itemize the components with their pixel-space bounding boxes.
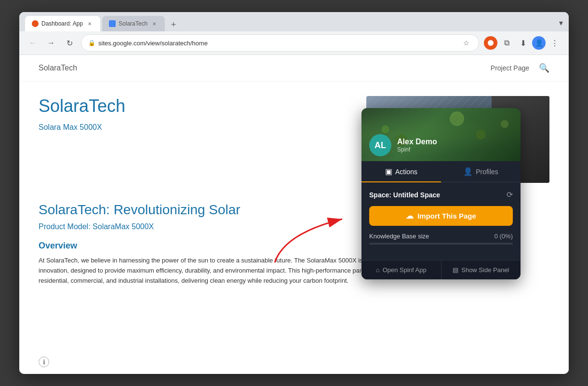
reload-button[interactable]: ↻ bbox=[63, 36, 76, 50]
extension-popup: AL Alex Demo Spinf ▣ Actions 👤 Profiles bbox=[361, 108, 521, 279]
hero-title: SolaraTech bbox=[39, 96, 352, 116]
record-dot bbox=[488, 40, 494, 46]
popup-body: Space: Untitled Space ⟳ ☁ Import This Pa… bbox=[361, 182, 521, 260]
nav-project-page[interactable]: Project Page bbox=[491, 64, 529, 72]
popup-space-refresh-icon[interactable]: ⟳ bbox=[507, 190, 513, 199]
chrome-addressbar: ← → ↻ 🔒 sites.google.com/view/solaratech… bbox=[19, 31, 569, 55]
import-button-label: Import This Page bbox=[417, 212, 476, 220]
extension-button[interactable]: ⧉ bbox=[499, 36, 514, 50]
url-text: sites.google.com/view/solaratech/home bbox=[98, 40, 208, 47]
chrome-action-buttons: ⧉ ⬇ 👤 ⋮ bbox=[484, 36, 562, 50]
tab-favicon-dashboard bbox=[32, 20, 39, 27]
tab-profiles[interactable]: 👤 Profiles bbox=[441, 161, 521, 182]
record-button[interactable] bbox=[484, 36, 497, 50]
profile-button[interactable]: 👤 bbox=[532, 36, 546, 50]
popup-user-info: Alex Demo Spinf bbox=[397, 138, 437, 153]
import-icon: ☁ bbox=[406, 211, 414, 221]
site-logo: SolaraTech bbox=[39, 64, 77, 72]
tab-dashboard[interactable]: Dashboard: App ✕ bbox=[25, 16, 100, 31]
popup-user-name: Alex Demo bbox=[397, 138, 437, 146]
site-header: SolaraTech Project Page 🔍 bbox=[19, 55, 569, 82]
info-icon[interactable]: ℹ bbox=[39, 357, 49, 367]
import-button[interactable]: ☁ Import This Page bbox=[369, 206, 513, 226]
hero-subtitle: Solara Max 5000X bbox=[39, 123, 352, 132]
address-bar[interactable]: 🔒 sites.google.com/view/solaratech/home … bbox=[81, 34, 479, 52]
tab-close-dashboard[interactable]: ✕ bbox=[86, 20, 94, 28]
popup-header: AL Alex Demo Spinf bbox=[361, 108, 521, 161]
popup-footer: ⌂ Open Spinf App ▤ Show Side Panel bbox=[361, 260, 521, 279]
search-button[interactable]: 🔍 bbox=[539, 63, 549, 73]
knowledge-base-value: 0 (0%) bbox=[494, 233, 513, 240]
progress-section: Knowledge Base size 0 (0%) bbox=[369, 233, 513, 245]
show-panel-button[interactable]: ▤ Show Side Panel bbox=[441, 261, 521, 279]
browser-window: Dashboard: App ✕ SolaraTech ✕ + ▾ ← → ↻ … bbox=[19, 12, 569, 374]
tab-actions[interactable]: ▣ Actions bbox=[361, 161, 441, 182]
new-tab-button[interactable]: + bbox=[167, 18, 180, 31]
show-panel-label: Show Side Panel bbox=[461, 266, 509, 274]
window-expand-button[interactable]: ▾ bbox=[559, 18, 563, 29]
tab-actions-label: Actions bbox=[395, 168, 417, 176]
panel-icon: ▤ bbox=[453, 266, 458, 274]
progress-bar-background bbox=[369, 243, 513, 245]
popup-space-row: Space: Untitled Space ⟳ bbox=[369, 190, 513, 199]
tab-favicon-solaratech bbox=[109, 20, 116, 27]
home-icon: ⌂ bbox=[376, 266, 380, 274]
tab-profiles-label: Profiles bbox=[476, 168, 498, 176]
knowledge-base-label: Knowledge Base size bbox=[369, 233, 429, 240]
hero-text: SolaraTech Solara Max 5000X bbox=[39, 96, 352, 132]
download-button[interactable]: ⬇ bbox=[516, 36, 530, 50]
tab-close-solaratech[interactable]: ✕ bbox=[150, 20, 158, 28]
popup-user: AL Alex Demo Spinf bbox=[369, 134, 437, 156]
open-app-label: Open Spinf App bbox=[383, 266, 427, 274]
tab-solaratech[interactable]: SolaraTech ✕ bbox=[102, 16, 165, 31]
back-button[interactable]: ← bbox=[26, 36, 40, 50]
page-content: SolaraTech Project Page 🔍 SolaraTech Sol… bbox=[19, 55, 569, 374]
site-nav: Project Page 🔍 bbox=[491, 63, 549, 73]
chrome-titlebar: Dashboard: App ✕ SolaraTech ✕ + ▾ bbox=[19, 12, 569, 31]
star-icon[interactable]: ☆ bbox=[460, 37, 472, 49]
open-app-button[interactable]: ⌂ Open Spinf App bbox=[361, 261, 441, 279]
tab-label-dashboard: Dashboard: App bbox=[41, 20, 83, 27]
popup-tabs: ▣ Actions 👤 Profiles bbox=[361, 161, 521, 182]
actions-tab-icon: ▣ bbox=[385, 167, 392, 176]
progress-label-row: Knowledge Base size 0 (0%) bbox=[369, 233, 513, 240]
tab-label-solaratech: SolaraTech bbox=[119, 20, 147, 27]
popup-space-label: Space: Untitled Space bbox=[369, 191, 440, 199]
lock-icon: 🔒 bbox=[88, 40, 95, 46]
tab-strip: Dashboard: App ✕ SolaraTech ✕ + bbox=[25, 16, 180, 31]
avatar-initials: AL bbox=[374, 140, 386, 151]
menu-button[interactable]: ⋮ bbox=[548, 36, 562, 50]
avatar: AL bbox=[369, 134, 391, 156]
address-actions: ☆ bbox=[460, 37, 472, 49]
profiles-tab-icon: 👤 bbox=[463, 167, 473, 176]
popup-user-subtitle: Spinf bbox=[397, 146, 437, 153]
forward-button[interactable]: → bbox=[44, 36, 58, 50]
